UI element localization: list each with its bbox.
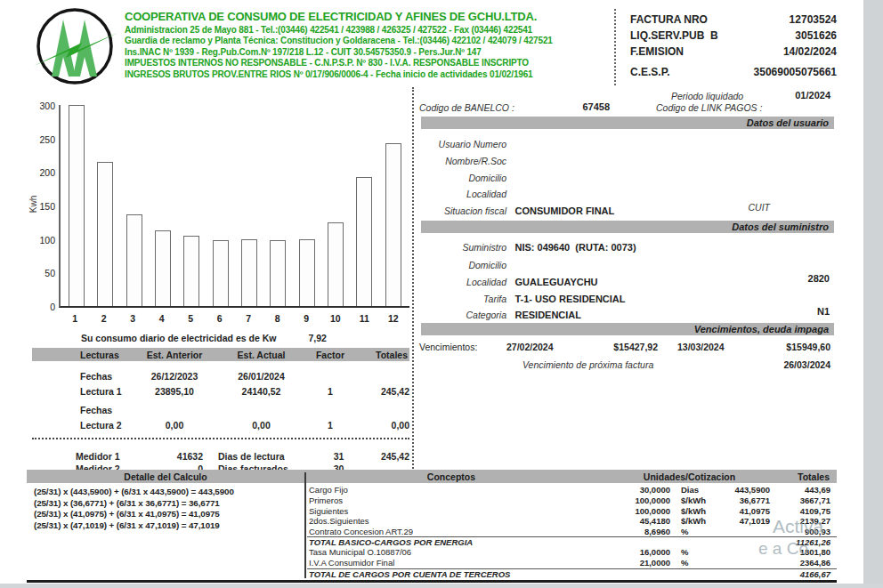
banelco-code-label: Codigo de BANELCO : [419, 102, 514, 113]
supply-locality-value: GUALEGUAYCHU [514, 277, 597, 287]
concept-cell: TOTAL BASICO-CARGOS POR ENERGIA [307, 537, 601, 547]
readings-header-lecturas: Lecturas [32, 350, 130, 360]
charges-row: Tasa Municipal O.10887/0616,0000%1801,80 [307, 547, 837, 558]
chart-x-tick: 4 [154, 313, 170, 324]
concept-cell: 2dos.Siguientes [307, 516, 601, 526]
cell: 1 [304, 386, 357, 399]
coop-address-line: Administracion 25 de Mayo 881 - Tel.:(03… [125, 25, 623, 36]
tariff-label: Tarifa [414, 294, 506, 304]
chart-y-tick: 300 [32, 101, 55, 111]
unit-type-cell: % [670, 527, 722, 536]
user-number-label: Usuario Numero [414, 139, 506, 149]
meter-value: 41632 [130, 451, 203, 463]
cell: 24140,52 [219, 386, 304, 399]
daily-consumption-value: 7,92 [308, 333, 326, 343]
charges-total-row: TOTAL DE CARGOS POR CUENTA DE TERCEROS41… [307, 568, 837, 579]
table-row: Lectura 1 23895,10 24140,52 1 245,42 [32, 386, 409, 399]
total-cell: 2364,86 [770, 558, 837, 568]
daily-consumption-text: Su consumo diario de electricidad es de … [81, 333, 276, 343]
column-divider [304, 472, 306, 578]
table-row: Fechas [32, 405, 409, 417]
chart-y-tick: 50 [32, 268, 55, 278]
chart-y-tick: 200 [32, 167, 55, 178]
cuit-label: CUIT [749, 202, 771, 213]
total-cell: 4166,67 [770, 569, 837, 579]
invoice-meta: FACTURA NRO 12703524 LIQ.SERV.PUB B 3051… [623, 12, 837, 80]
chart-bar [385, 143, 401, 306]
user-number-row: Usuario Numero [414, 135, 838, 148]
units-cell: 21,0000 [601, 558, 670, 568]
link-pagos-code-label: Codigo de LINK PAGOS : [656, 102, 762, 113]
chart-bar [213, 240, 229, 306]
category-label: Categoria [414, 310, 506, 320]
due-section-title: Vencimientos, deuda impaga [421, 323, 834, 335]
charges-header-row: Detalle del Calculo Conceptos Unidades/C… [27, 470, 837, 483]
chart-x-tick: 7 [240, 313, 256, 324]
charges-row: Cargo Fijo30,0000Dias443,5900443,69 [307, 485, 837, 495]
coop-registro-line: Ins.INAC Nº 1939 - Reg.Pub.Com.Nº 197/21… [125, 47, 623, 58]
cell: 1 [304, 420, 357, 432]
activation-watermark-line2: e a Co [758, 539, 808, 559]
charges-row: 2dos.Siguientes45,4180$/kWh47,10192139,2… [307, 516, 837, 527]
concept-cell: I.V.A Consumidor Final [307, 558, 601, 568]
chart-x-tick: 8 [270, 313, 286, 324]
table-row: Fechas 26/12/2023 26/01/2024 [32, 371, 409, 383]
dotted-separator [32, 438, 409, 439]
due-dates-row: Vencimientos: 27/02/2024 $15427,92 13/03… [419, 342, 834, 352]
supply-address-label: Domicilio [414, 260, 506, 270]
right-panel: Periodo liquidado 01/2024 Codigo de BANE… [412, 87, 837, 471]
chart-x-labels: 123456789101112 [59, 313, 409, 324]
row-label: Fechas [32, 405, 130, 417]
chart-bar [97, 162, 113, 306]
chart-x-tick: 10 [328, 313, 344, 324]
readings-header-row: Lecturas Est. Anterior Est. Actual Facto… [32, 348, 409, 361]
meter-row: Medidor 1 41632 Dias de lectura 31 245,4… [32, 451, 409, 463]
unit-type-cell: $/kWh [670, 516, 722, 526]
units-cell: 30,0000 [601, 485, 670, 495]
banelco-code-value: 67458 [539, 101, 610, 112]
reading-days-value: 31 [319, 451, 359, 463]
liq-serv-pub-value: 3051626 [795, 28, 837, 44]
supply-nis-row: Suministro NIS: 049640 (RUTA: 0073) [414, 238, 838, 251]
concept-rows: Cargo Fijo30,0000Dias443,5900443,69Prime… [307, 485, 837, 578]
cesp-row: C.E.S.P. 35069005075661 [623, 64, 837, 80]
total-cell: 3667,71 [770, 495, 837, 505]
emission-date-value: 14/02/2024 [783, 44, 837, 60]
cell [304, 371, 357, 383]
header-divider [614, 9, 616, 85]
periodo-liquidado-value: 01/2024 [795, 90, 830, 101]
charges-header-detalle: Detalle del Calculo [27, 471, 304, 482]
fiscal-status-label: Situacion fiscal [414, 205, 506, 216]
fiscal-status-value: CONSUMIDOR FINAL [514, 205, 614, 216]
supply-locality-row: Localidad GUALEGUAYCHU 2820 [414, 273, 838, 286]
rate-cell: 47,1019 [722, 516, 770, 526]
unit-type-cell: % [670, 558, 722, 568]
unit-type-cell: Dias [670, 485, 722, 495]
charges-row: Contrato Concesion ART.298,6960%900,93 [307, 527, 837, 537]
readings-header-factor: Factor [304, 350, 357, 360]
tariff-row: Tarifa T-1- USO RESIDENCIAL [414, 290, 838, 302]
table-row: Lectura 2 0,00 0,00 1 0,00 [32, 420, 409, 432]
cell [130, 405, 219, 417]
chart-x-tick: 5 [182, 313, 198, 324]
units-cell: 100,0000 [601, 495, 670, 505]
tariff-value: T-1- USO RESIDENCIAL [514, 294, 625, 304]
invoice-number-value: 12703524 [790, 12, 837, 28]
user-address-label: Domicilio [414, 173, 506, 183]
cesp-label: C.E.S.P. [630, 64, 669, 80]
emission-date-label: F.EMISION [630, 44, 684, 60]
units-cell: 45,4180 [601, 516, 670, 526]
emission-date-row: F.EMISION 14/02/2024 [623, 44, 837, 60]
rate-cell: 443,5900 [722, 485, 770, 495]
invoice-number-row: FACTURA NRO 12703524 [623, 12, 837, 28]
charges-header-totales: Totales [781, 471, 837, 482]
rate-cell: 36,6771 [722, 495, 770, 505]
user-name-label: Nombre/R.Soc [414, 156, 506, 166]
next-invoice-date: 26/03/2024 [653, 359, 834, 370]
chart-bars-area [59, 105, 409, 308]
first-due-amount: $15427,92 [571, 342, 658, 352]
user-locality-label: Localidad [414, 189, 506, 199]
reading-days-label: Dias de lectura [203, 451, 319, 463]
supply-address-row: Domicilio [414, 256, 838, 269]
chart-x-tick: 2 [96, 313, 112, 324]
